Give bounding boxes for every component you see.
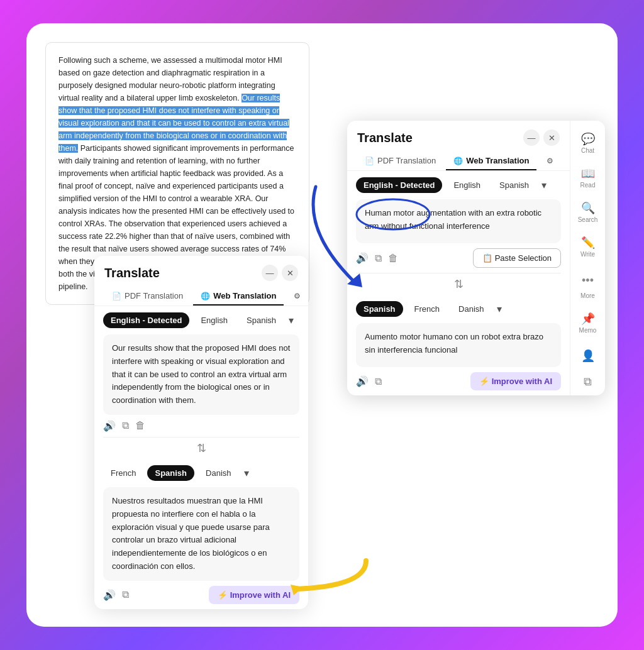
- small-source-lang-detected[interactable]: English - Detected: [103, 312, 189, 328]
- large-source-lang-detected[interactable]: English - Detected: [356, 177, 442, 193]
- small-target-speaker-btn[interactable]: 🔊: [103, 589, 116, 601]
- small-ai-btn[interactable]: ⚡ Improve with AI: [209, 586, 299, 604]
- large-source-text: Human motor augmentation with an extra r…: [356, 199, 561, 243]
- small-source-lang-spanish[interactable]: Spanish: [239, 312, 284, 328]
- large-target-lang-row: Spanish French Danish ▾: [347, 295, 570, 323]
- large-source-action-icons: 🔊 ⧉ 🗑: [356, 252, 398, 264]
- small-tab-web-label: Web Translation: [213, 291, 276, 300]
- small-source-lang-english[interactable]: English: [193, 312, 235, 328]
- large-tab-web-label: Web Translation: [466, 156, 529, 165]
- large-swap-icon: ⇅: [454, 277, 464, 291]
- translate-panel-large: 💬 Chat 📖 Read 🔍 Search ✏️ Write ••• More…: [347, 121, 605, 395]
- small-source-copy-btn[interactable]: ⧉: [122, 420, 129, 432]
- large-source-lang-chevron[interactable]: ▾: [541, 179, 547, 191]
- large-source-copy-btn[interactable]: ⧉: [375, 252, 382, 264]
- small-panel-minimize-btn[interactable]: —: [262, 265, 278, 281]
- large-target-speaker-btn[interactable]: 🔊: [356, 375, 369, 387]
- translate-panel-small: Translate — ✕ 📄 PDF Translation 🌐 Web Tr…: [94, 256, 308, 609]
- write-icon: ✏️: [581, 236, 595, 250]
- small-panel-header: Translate — ✕: [94, 256, 308, 281]
- small-target-copy-btn[interactable]: ⧉: [122, 589, 129, 601]
- large-pdf-tab-icon: 📄: [365, 157, 374, 165]
- small-target-lang-row: French Spanish Danish ▾: [94, 459, 308, 487]
- large-panel-tabs: 📄 PDF Translation 🌐 Web Translation ⚙: [347, 146, 570, 171]
- large-sidebar-memo[interactable]: 📌 Memo: [570, 307, 605, 339]
- small-source-speaker-btn[interactable]: 🔊: [103, 420, 116, 432]
- pdf-tab-icon: 📄: [112, 292, 121, 300]
- small-target-lang-french[interactable]: French: [103, 465, 143, 481]
- small-tab-web[interactable]: 🌐 Web Translation: [193, 287, 284, 306]
- small-tab-pdf-label: PDF Translation: [125, 291, 183, 300]
- large-source-delete-btn[interactable]: 🗑: [388, 252, 398, 264]
- small-source-lang-row: English - Detected English Spanish ▾: [94, 306, 308, 334]
- large-paste-btn[interactable]: 📋 Paste Selection: [473, 248, 561, 268]
- large-tab-pdf-label: PDF Translation: [377, 156, 436, 165]
- large-source-lang-spanish[interactable]: Spanish: [492, 177, 536, 193]
- large-panel-close-btn[interactable]: ✕: [543, 129, 560, 146]
- large-settings-tab-icon: ⚙: [547, 157, 553, 165]
- large-sidebar-more[interactable]: ••• More: [570, 265, 605, 304]
- search-label: Search: [578, 216, 598, 223]
- write-label: Write: [580, 251, 595, 258]
- small-panel-title: Translate: [104, 266, 160, 280]
- small-panel-tabs: 📄 PDF Translation 🌐 Web Translation ⚙: [94, 281, 308, 306]
- large-target-lang-chevron[interactable]: ▾: [497, 303, 502, 315]
- large-source-action-row: 🔊 ⧉ 🗑 📋 Paste Selection: [347, 243, 570, 273]
- small-target-text: Nuestros resultados muestran que la HMI …: [103, 487, 299, 581]
- large-panel-minimize-btn[interactable]: —: [523, 129, 540, 146]
- small-target-action-icons: 🔊 ⧉: [103, 589, 129, 601]
- small-tab-settings[interactable]: ⚙: [286, 287, 308, 306]
- large-source-speaker-btn[interactable]: 🔊: [356, 252, 369, 264]
- settings-tab-icon: ⚙: [294, 292, 301, 300]
- large-sidebar-copy2[interactable]: ⧉: [570, 370, 605, 394]
- small-panel-close-btn[interactable]: ✕: [282, 265, 298, 281]
- small-source-text: Our results show that the proposed HMI d…: [103, 334, 299, 415]
- avatar-icon: 👤: [581, 349, 595, 363]
- chat-label: Chat: [581, 147, 594, 154]
- more-label: More: [580, 292, 595, 299]
- large-target-lang-danish[interactable]: Danish: [451, 301, 491, 317]
- large-sidebar: 💬 Chat 📖 Read 🔍 Search ✏️ Write ••• More…: [570, 121, 605, 395]
- large-tab-web[interactable]: 🌐 Web Translation: [446, 152, 536, 170]
- large-source-lang-english[interactable]: English: [446, 177, 488, 193]
- memo-label: Memo: [579, 327, 597, 334]
- large-source-lang-row: English - Detected English Spanish ▾: [347, 171, 570, 199]
- large-tab-pdf[interactable]: 📄 PDF Translation: [357, 152, 443, 170]
- small-target-lang-danish[interactable]: Danish: [198, 465, 238, 481]
- read-icon: 📖: [581, 167, 595, 180]
- large-panel-title: Translate: [357, 131, 413, 145]
- small-source-action-row: 🔊 ⧉ 🗑: [94, 415, 308, 437]
- swap-icon: ⇅: [197, 441, 206, 455]
- chat-icon: 💬: [581, 132, 595, 146]
- large-target-text: Aumento motor humano con un robot extra …: [356, 323, 561, 367]
- more-icon: •••: [582, 270, 594, 291]
- large-target-action-icons: 🔊 ⧉: [356, 375, 382, 387]
- search-icon: 🔍: [581, 201, 595, 215]
- small-source-lang-chevron[interactable]: ▾: [289, 314, 294, 326]
- main-card: Following such a scheme, we assessed a m…: [26, 23, 618, 627]
- large-tab-settings[interactable]: ⚙: [539, 152, 561, 170]
- web-tab-icon: 🌐: [201, 292, 210, 300]
- large-target-lang-french[interactable]: French: [407, 301, 447, 317]
- large-swap-row: ⇅: [347, 273, 570, 295]
- large-sidebar-avatar[interactable]: 👤: [570, 344, 605, 368]
- large-target-copy-btn[interactable]: ⧉: [375, 375, 382, 387]
- large-target-action-row: 🔊 ⧉ ⚡ Improve with AI: [347, 367, 570, 395]
- small-source-action-icons: 🔊 ⧉ 🗑: [103, 420, 145, 432]
- large-sidebar-search[interactable]: 🔍 Search: [570, 196, 605, 228]
- copy2-icon: ⧉: [584, 375, 592, 388]
- small-target-lang-chevron[interactable]: ▾: [244, 467, 249, 479]
- small-source-delete-btn[interactable]: 🗑: [135, 420, 145, 432]
- large-web-tab-icon: 🌐: [453, 157, 463, 165]
- small-target-action-row: 🔊 ⧉ ⚡ Improve with AI: [94, 581, 308, 609]
- small-tab-pdf[interactable]: 📄 PDF Translation: [104, 287, 191, 306]
- read-label: Read: [580, 182, 596, 189]
- large-sidebar-read[interactable]: 📖 Read: [570, 162, 605, 194]
- large-target-lang-spanish[interactable]: Spanish: [356, 301, 403, 317]
- large-ai-btn[interactable]: ⚡ Improve with AI: [470, 372, 561, 390]
- small-swap-row: ⇅: [94, 438, 308, 459]
- large-sidebar-chat[interactable]: 💬 Chat: [570, 127, 605, 159]
- large-sidebar-write[interactable]: ✏️ Write: [570, 231, 605, 263]
- small-target-lang-spanish[interactable]: Spanish: [147, 465, 194, 481]
- large-panel-header-actions: — ✕: [523, 129, 560, 146]
